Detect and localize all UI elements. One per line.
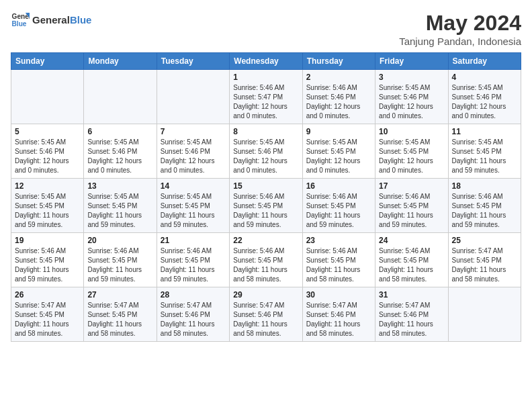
day-number: 2 (306, 73, 371, 82)
day-number: 28 (161, 290, 226, 300)
calendar-cell: 27Sunrise: 5:47 AM Sunset: 5:45 PM Dayli… (84, 287, 157, 342)
day-detail: Sunrise: 5:45 AM Sunset: 5:46 PM Dayligh… (15, 138, 80, 175)
day-detail: Sunrise: 5:47 AM Sunset: 5:46 PM Dayligh… (161, 301, 226, 338)
day-number: 15 (233, 181, 298, 191)
day-number: 17 (379, 181, 444, 191)
calendar-cell: 14Sunrise: 5:45 AM Sunset: 5:45 PM Dayli… (157, 179, 229, 233)
day-detail: Sunrise: 5:45 AM Sunset: 5:46 PM Dayligh… (233, 138, 298, 175)
day-number: 11 (452, 127, 517, 136)
header-tuesday: Tuesday (157, 53, 229, 70)
day-detail: Sunrise: 5:46 AM Sunset: 5:45 PM Dayligh… (306, 246, 371, 284)
day-detail: Sunrise: 5:46 AM Sunset: 5:45 PM Dayligh… (87, 246, 152, 284)
calendar-cell: 25Sunrise: 5:47 AM Sunset: 5:45 PM Dayli… (448, 233, 521, 287)
page-header: General Blue GeneralBlue May 2024 Tanjun… (11, 11, 521, 47)
calendar-cell: 30Sunrise: 5:47 AM Sunset: 5:46 PM Dayli… (302, 287, 375, 342)
week-row-3: 12Sunrise: 5:45 AM Sunset: 5:45 PM Dayli… (11, 179, 521, 233)
day-detail: Sunrise: 5:46 AM Sunset: 5:45 PM Dayligh… (161, 246, 226, 284)
calendar-title: May 2024 (399, 11, 521, 36)
day-detail: Sunrise: 5:46 AM Sunset: 5:45 PM Dayligh… (233, 246, 298, 284)
day-detail: Sunrise: 5:45 AM Sunset: 5:46 PM Dayligh… (452, 83, 517, 121)
calendar-cell: 16Sunrise: 5:46 AM Sunset: 5:45 PM Dayli… (302, 179, 375, 233)
day-number: 1 (233, 73, 298, 82)
day-number: 19 (15, 236, 80, 245)
calendar-cell: 29Sunrise: 5:47 AM Sunset: 5:46 PM Dayli… (230, 287, 302, 342)
calendar-cell: 11Sunrise: 5:45 AM Sunset: 5:45 PM Dayli… (448, 124, 521, 179)
calendar-cell: 22Sunrise: 5:46 AM Sunset: 5:45 PM Dayli… (230, 233, 302, 287)
day-detail: Sunrise: 5:47 AM Sunset: 5:46 PM Dayligh… (233, 301, 298, 338)
calendar-cell: 10Sunrise: 5:45 AM Sunset: 5:45 PM Dayli… (375, 124, 448, 179)
day-detail: Sunrise: 5:46 AM Sunset: 5:45 PM Dayligh… (379, 246, 444, 284)
day-detail: Sunrise: 5:47 AM Sunset: 5:45 PM Dayligh… (87, 301, 152, 338)
calendar-cell: 1Sunrise: 5:46 AM Sunset: 5:47 PM Daylig… (230, 70, 302, 124)
calendar-header-row: SundayMondayTuesdayWednesdayThursdayFrid… (11, 53, 521, 70)
day-detail: Sunrise: 5:45 AM Sunset: 5:45 PM Dayligh… (87, 192, 152, 230)
day-detail: Sunrise: 5:45 AM Sunset: 5:46 PM Dayligh… (379, 83, 444, 121)
day-number: 22 (233, 236, 298, 245)
calendar-cell: 26Sunrise: 5:47 AM Sunset: 5:45 PM Dayli… (11, 287, 84, 342)
header-thursday: Thursday (302, 53, 375, 70)
calendar-cell: 7Sunrise: 5:45 AM Sunset: 5:46 PM Daylig… (157, 124, 229, 179)
day-number: 3 (379, 73, 444, 82)
day-detail: Sunrise: 5:45 AM Sunset: 5:45 PM Dayligh… (306, 138, 371, 175)
day-number: 7 (161, 127, 226, 136)
day-detail: Sunrise: 5:46 AM Sunset: 5:45 PM Dayligh… (233, 192, 298, 230)
day-number: 6 (87, 127, 152, 136)
day-detail: Sunrise: 5:46 AM Sunset: 5:45 PM Dayligh… (306, 192, 371, 230)
header-wednesday: Wednesday (230, 53, 302, 70)
calendar-cell (157, 70, 229, 124)
week-row-1: 1Sunrise: 5:46 AM Sunset: 5:47 PM Daylig… (11, 70, 521, 124)
calendar-cell (448, 287, 521, 342)
day-detail: Sunrise: 5:45 AM Sunset: 5:45 PM Dayligh… (379, 138, 444, 175)
calendar-cell: 9Sunrise: 5:45 AM Sunset: 5:45 PM Daylig… (302, 124, 375, 179)
day-number: 8 (233, 127, 298, 136)
week-row-2: 5Sunrise: 5:45 AM Sunset: 5:46 PM Daylig… (11, 124, 521, 179)
day-detail: Sunrise: 5:46 AM Sunset: 5:45 PM Dayligh… (15, 246, 80, 284)
calendar-cell: 23Sunrise: 5:46 AM Sunset: 5:45 PM Dayli… (302, 233, 375, 287)
day-number: 29 (233, 290, 298, 300)
calendar-cell: 3Sunrise: 5:45 AM Sunset: 5:46 PM Daylig… (375, 70, 448, 124)
svg-text:Blue: Blue (12, 20, 27, 28)
day-detail: Sunrise: 5:45 AM Sunset: 5:46 PM Dayligh… (87, 138, 152, 175)
calendar-cell (11, 70, 84, 124)
header-sunday: Sunday (11, 53, 84, 70)
calendar-cell: 17Sunrise: 5:46 AM Sunset: 5:45 PM Dayli… (375, 179, 448, 233)
calendar-cell: 31Sunrise: 5:47 AM Sunset: 5:46 PM Dayli… (375, 287, 448, 342)
day-number: 14 (161, 181, 226, 191)
calendar-cell: 13Sunrise: 5:45 AM Sunset: 5:45 PM Dayli… (84, 179, 157, 233)
calendar-cell: 20Sunrise: 5:46 AM Sunset: 5:45 PM Dayli… (84, 233, 157, 287)
header-monday: Monday (84, 53, 157, 70)
day-number: 23 (306, 236, 371, 245)
day-detail: Sunrise: 5:45 AM Sunset: 5:45 PM Dayligh… (452, 138, 517, 175)
day-detail: Sunrise: 5:46 AM Sunset: 5:45 PM Dayligh… (379, 192, 444, 230)
logo-icon: General Blue (11, 11, 30, 30)
day-detail: Sunrise: 5:47 AM Sunset: 5:45 PM Dayligh… (15, 301, 80, 338)
calendar-cell: 18Sunrise: 5:46 AM Sunset: 5:45 PM Dayli… (448, 179, 521, 233)
day-number: 12 (15, 181, 80, 191)
day-number: 20 (87, 236, 152, 245)
day-detail: Sunrise: 5:45 AM Sunset: 5:45 PM Dayligh… (161, 192, 226, 230)
day-number: 10 (379, 127, 444, 136)
day-detail: Sunrise: 5:46 AM Sunset: 5:46 PM Dayligh… (306, 83, 371, 121)
day-number: 24 (379, 236, 444, 245)
calendar-cell: 15Sunrise: 5:46 AM Sunset: 5:45 PM Dayli… (230, 179, 302, 233)
calendar-cell: 6Sunrise: 5:45 AM Sunset: 5:46 PM Daylig… (84, 124, 157, 179)
day-number: 4 (452, 73, 517, 82)
calendar-table: SundayMondayTuesdayWednesdayThursdayFrid… (11, 52, 521, 342)
logo: General Blue GeneralBlue (11, 11, 91, 30)
day-detail: Sunrise: 5:47 AM Sunset: 5:46 PM Dayligh… (306, 301, 371, 338)
day-detail: Sunrise: 5:45 AM Sunset: 5:45 PM Dayligh… (15, 192, 80, 230)
day-detail: Sunrise: 5:47 AM Sunset: 5:46 PM Dayligh… (379, 301, 444, 338)
calendar-cell: 24Sunrise: 5:46 AM Sunset: 5:45 PM Dayli… (375, 233, 448, 287)
day-number: 30 (306, 290, 371, 300)
day-number: 9 (306, 127, 371, 136)
calendar-cell: 8Sunrise: 5:45 AM Sunset: 5:46 PM Daylig… (230, 124, 302, 179)
day-number: 25 (452, 236, 517, 245)
calendar-cell (84, 70, 157, 124)
week-row-4: 19Sunrise: 5:46 AM Sunset: 5:45 PM Dayli… (11, 233, 521, 287)
day-number: 31 (379, 290, 444, 300)
calendar-cell: 4Sunrise: 5:45 AM Sunset: 5:46 PM Daylig… (448, 70, 521, 124)
day-detail: Sunrise: 5:46 AM Sunset: 5:47 PM Dayligh… (233, 83, 298, 121)
logo-text-line1: GeneralBlue (32, 14, 91, 26)
calendar-cell: 21Sunrise: 5:46 AM Sunset: 5:45 PM Dayli… (157, 233, 229, 287)
day-number: 16 (306, 181, 371, 191)
